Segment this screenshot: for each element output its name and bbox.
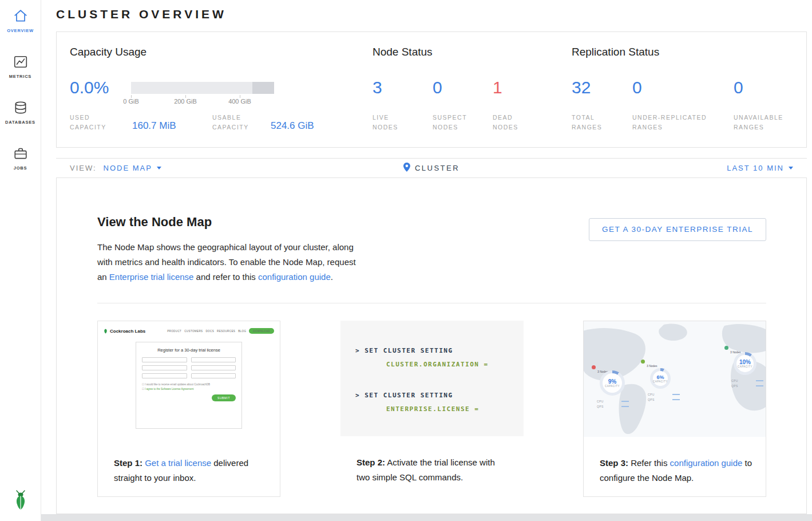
sidebar-item-label: DATABASES (0, 120, 41, 125)
used-capacity-label: USEDCAPACITY (70, 113, 106, 132)
chevron-down-icon (789, 167, 793, 169)
usable-capacity-label: USABLECAPACITY (212, 113, 249, 132)
node-map-panel: View the Node Map The Node Map shows the… (56, 178, 807, 514)
minisite-form-field (142, 357, 187, 362)
minisite-form-field (191, 373, 236, 378)
step-3-caption: Step 3: Refer this configuration guide t… (600, 456, 753, 486)
locality-mini-stats: CPU QPS (648, 391, 680, 401)
sidebar-item-metrics[interactable]: METRICS (0, 55, 41, 79)
live-nodes-label: LIVENODES (373, 113, 398, 132)
capacity-percent: 0.0% (70, 78, 109, 97)
cluster-breadcrumb: CLUSTER (403, 163, 460, 173)
cockroach-labs-logo-icon (104, 326, 108, 336)
divider (97, 303, 766, 303)
suspect-nodes-count: 0 (433, 78, 442, 97)
code-line: > SET CLUSTER SETTING (355, 392, 453, 399)
capacity-tick-200: 200 GiB (168, 98, 203, 105)
configuration-guide-link[interactable]: configuration guide (258, 272, 331, 282)
cockroachdb-logo (0, 488, 41, 513)
dead-nodes-count: 1 (493, 78, 502, 97)
capacity-usage-title: Capacity Usage (70, 46, 146, 58)
capacity-donut: 10%CAPACITY (734, 352, 756, 375)
enterprise-trial-button[interactable]: GET A 30-DAY ENTERPRISE TRIAL (589, 218, 766, 241)
sidebar-item-label: OVERVIEW (0, 28, 41, 33)
cluster-summary-card: Capacity Usage 0.0% 0 GiB 200 GiB 400 Gi… (56, 31, 807, 148)
panel-title: View the Node Map (97, 215, 212, 230)
usable-capacity-value: 524.6 GiB (271, 120, 314, 132)
minisite-submit-button: SUBMIT (212, 394, 236, 401)
sidebar-item-overview[interactable]: OVERVIEW (0, 9, 41, 33)
under-replicated-label: UNDER-REPLICATEDRANGES (632, 113, 707, 132)
location-pin-icon (403, 163, 410, 173)
node-map-preview: 3 Nodes 3 Nodes 3 Nodes 9%CAPACITY 6%CAP… (584, 321, 766, 437)
step-2-caption: Step 2: Activate the trial license with … (357, 455, 510, 485)
minisite-form-title: Register for a 30-day trial license (142, 348, 236, 353)
enterprise-trial-license-link[interactable]: Enterprise trial license (109, 272, 194, 282)
view-selector-dropdown[interactable]: NODE MAP (104, 164, 161, 172)
sql-code-block: > SET CLUSTER SETTING CLUSTER.ORGANIZATI… (340, 321, 524, 436)
minisite-form-field (191, 357, 236, 362)
page-background-strip (41, 514, 812, 521)
capacity-tick-0: 0 GiB (114, 98, 148, 105)
step-1-caption: Step 1: Get a trial license delivered st… (114, 456, 267, 486)
code-line: ENTERPRISE.LICENSE = (386, 405, 479, 413)
briefcase-icon (13, 152, 28, 162)
code-line: CLUSTER.ORGANIZATION = (386, 361, 489, 368)
panel-description: The Node Map shows the geographical layo… (97, 240, 366, 285)
total-ranges-count: 32 (572, 78, 591, 97)
chevron-down-icon (157, 167, 161, 169)
minisite-nav: PRODUCT CUSTOMERS DOCS RESOURCES BLOG DO… (167, 328, 274, 334)
minisite-form-field (142, 373, 187, 378)
total-ranges-label: TOTALRANGES (572, 113, 602, 132)
capacity-donut: 6%CAPACITY (650, 368, 671, 389)
capacity-bar-reserved (252, 82, 274, 94)
minisite-checkbox-1: ☐ I would like to receive email updates … (142, 382, 236, 387)
locality-mini-stats: CPU QPS (731, 377, 763, 388)
page-title: CLUSTER OVERVIEW (56, 7, 227, 21)
under-replicated-count: 0 (632, 78, 642, 97)
unavailable-ranges-label: UNAVAILABLERANGES (734, 113, 783, 132)
databases-icon (13, 106, 28, 116)
sidebar-item-jobs[interactable]: JOBS (0, 147, 41, 171)
unavailable-ranges-count: 0 (734, 78, 743, 97)
configuration-guide-link[interactable]: configuration guide (670, 458, 743, 468)
get-trial-license-link[interactable]: Get a trial license (145, 458, 211, 468)
cluster-overview-page: OVERVIEW METRICS DATABASES JOBS (0, 0, 812, 521)
sidebar-item-label: JOBS (0, 165, 41, 171)
registration-screenshot: Cockroach Labs PRODUCT CUSTOMERS DOCS RE… (98, 321, 280, 436)
sidebar-item-label: METRICS (0, 74, 41, 79)
locality-dot-icon (641, 360, 645, 364)
capacity-donut: 9%CAPACITY (600, 370, 625, 396)
locality-dot-icon (592, 365, 596, 369)
step-1-card: Cockroach Labs PRODUCT CUSTOMERS DOCS RE… (97, 321, 280, 497)
locality-mini-stats: CPU QPS (597, 398, 629, 408)
live-nodes-count: 3 (373, 78, 382, 97)
view-label: VIEW: (70, 164, 97, 172)
minisite-download-button: DOWNLOAD (249, 328, 274, 334)
trial-registration-form: Register for a 30-day trial license ☐ I … (136, 342, 242, 429)
time-range-dropdown[interactable]: LAST 10 MIN (727, 164, 793, 172)
node-status-title: Node Status (373, 46, 433, 58)
view-bar: VIEW: NODE MAP CLUSTER LAST 10 MIN (56, 158, 807, 178)
minisite-form-field (191, 365, 236, 370)
locality-chip: 3 Nodes (641, 359, 657, 369)
locality-dot-icon (724, 346, 728, 350)
capacity-bar (131, 82, 274, 94)
replication-status-title: Replication Status (572, 46, 659, 58)
metrics-icon (13, 61, 28, 70)
minisite-checkbox-2: ☐ I agree to the Software License Agreem… (142, 387, 236, 392)
used-capacity-value: 160.7 MiB (132, 120, 176, 132)
home-icon (13, 15, 28, 25)
code-line: > SET CLUSTER SETTING (355, 347, 453, 354)
sidebar: OVERVIEW METRICS DATABASES JOBS (0, 0, 41, 521)
suspect-nodes-label: SUSPECTNODES (433, 113, 467, 132)
capacity-tick-400: 400 GiB (223, 98, 257, 105)
minisite-form-field (142, 365, 187, 370)
minisite-brand: Cockroach Labs (110, 329, 145, 334)
dead-nodes-label: DEADNODES (493, 113, 518, 132)
step-3-card: 3 Nodes 3 Nodes 3 Nodes 9%CAPACITY 6%CAP… (583, 321, 766, 497)
sidebar-item-databases[interactable]: DATABASES (0, 101, 41, 125)
step-2-card: > SET CLUSTER SETTING CLUSTER.ORGANIZATI… (340, 321, 524, 497)
